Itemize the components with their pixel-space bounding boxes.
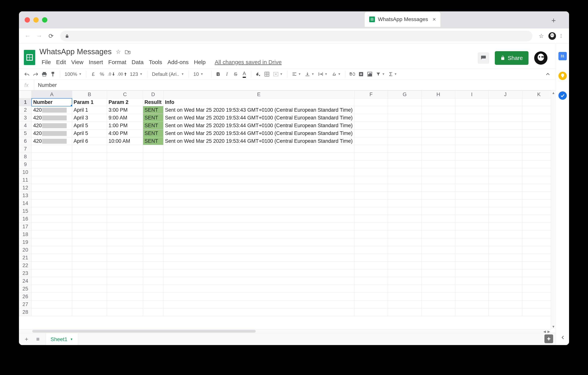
cell[interactable] [522, 106, 556, 114]
cell[interactable] [143, 308, 163, 316]
insert-chart-button[interactable] [366, 70, 374, 78]
cell[interactable] [163, 176, 354, 184]
cell[interactable] [522, 246, 556, 254]
row-header[interactable]: 25 [19, 285, 32, 293]
menu-tools[interactable]: Tools [146, 58, 165, 66]
cell[interactable] [489, 300, 522, 308]
cell[interactable] [163, 207, 354, 215]
cell[interactable] [489, 114, 522, 122]
menu-view[interactable]: View [69, 58, 86, 66]
explore-button[interactable] [545, 334, 553, 343]
cell[interactable] [107, 192, 143, 199]
fx-icon[interactable]: fx [19, 80, 34, 90]
cell[interactable] [388, 106, 421, 114]
menu-help[interactable]: Help [191, 58, 208, 66]
cell[interactable] [522, 184, 556, 192]
cell[interactable] [143, 293, 163, 300]
cell[interactable] [421, 184, 455, 192]
cell[interactable] [421, 223, 455, 231]
cell[interactable] [421, 246, 455, 254]
cell[interactable] [32, 308, 72, 316]
cell[interactable] [522, 153, 556, 161]
row-header[interactable]: 21 [19, 254, 32, 262]
cell[interactable] [143, 269, 163, 277]
italic-button[interactable]: I [223, 70, 231, 78]
cell[interactable] [72, 184, 107, 192]
filter-button[interactable]: ▼ [374, 72, 387, 76]
sheet-tab-menu-icon[interactable]: ▼ [70, 338, 73, 341]
cell[interactable] [163, 168, 354, 176]
menu-add-ons[interactable]: Add-ons [165, 58, 191, 66]
cell[interactable] [421, 285, 455, 293]
cell[interactable] [455, 262, 489, 269]
cell[interactable] [489, 277, 522, 285]
percent-button[interactable]: % [98, 70, 106, 78]
cell[interactable] [163, 300, 354, 308]
v-align-button[interactable]: ▼ [303, 72, 316, 76]
cell[interactable] [354, 308, 388, 316]
cell[interactable] [455, 145, 489, 153]
cell[interactable] [522, 254, 556, 262]
cell[interactable] [455, 308, 489, 316]
sheets-logo-icon[interactable] [22, 47, 37, 67]
font-dropdown[interactable]: Default (Ari...▼ [150, 71, 186, 77]
cell[interactable] [421, 238, 455, 246]
cell[interactable] [72, 246, 107, 254]
row-header[interactable]: 24 [19, 277, 32, 285]
column-header-B[interactable]: B [72, 91, 107, 99]
zoom-dropdown[interactable]: 100%▼ [63, 71, 84, 77]
row-header[interactable]: 12 [19, 184, 32, 192]
cell[interactable] [354, 114, 388, 122]
minimize-window-button[interactable] [33, 17, 39, 22]
cell[interactable] [107, 215, 143, 223]
cell[interactable] [72, 176, 107, 184]
cell[interactable] [354, 153, 388, 161]
cell[interactable]: 4:00 PM [107, 130, 143, 137]
calendar-icon[interactable]: 31 [558, 52, 567, 60]
cell[interactable] [107, 262, 143, 269]
close-window-button[interactable] [25, 17, 30, 22]
cell[interactable] [388, 300, 421, 308]
cell[interactable] [522, 176, 556, 184]
cell[interactable] [72, 153, 107, 161]
cell[interactable] [421, 269, 455, 277]
cell[interactable]: 3:00 PM [107, 106, 143, 114]
cell[interactable] [489, 137, 522, 145]
strikethrough-button[interactable]: S [231, 70, 240, 78]
cell[interactable] [455, 184, 489, 192]
cell[interactable] [32, 300, 72, 308]
decrease-decimal-button[interactable]: .0 [106, 70, 116, 78]
cell[interactable] [489, 122, 522, 130]
row-header[interactable]: 2 [19, 106, 32, 114]
cell[interactable] [455, 207, 489, 215]
cell[interactable] [72, 207, 107, 215]
cell[interactable] [143, 238, 163, 246]
cell[interactable] [489, 262, 522, 269]
cell[interactable] [489, 246, 522, 254]
cell[interactable] [32, 246, 72, 254]
cell[interactable] [522, 300, 556, 308]
cell[interactable] [489, 130, 522, 137]
cell[interactable] [354, 168, 388, 176]
keep-icon[interactable] [558, 72, 567, 80]
row-header[interactable]: 1 [19, 99, 32, 106]
cell[interactable] [32, 176, 72, 184]
column-header-E[interactable]: E [163, 91, 354, 99]
cell[interactable]: Resullt [143, 99, 163, 106]
menu-insert[interactable]: Insert [86, 58, 106, 66]
cell[interactable] [522, 215, 556, 223]
cell[interactable] [107, 184, 143, 192]
cell[interactable] [489, 145, 522, 153]
cell[interactable] [489, 238, 522, 246]
save-status[interactable]: All changes saved in Drive [212, 58, 284, 66]
add-sheet-button[interactable]: ＋ [23, 335, 30, 343]
cell[interactable] [489, 254, 522, 262]
cell[interactable] [143, 145, 163, 153]
cell[interactable] [455, 122, 489, 130]
cell[interactable] [143, 207, 163, 215]
cell[interactable] [522, 285, 556, 293]
row-header[interactable]: 6 [19, 137, 32, 145]
cell[interactable] [522, 122, 556, 130]
cell[interactable] [354, 293, 388, 300]
text-rotate-button[interactable]: ▼ [330, 72, 343, 77]
